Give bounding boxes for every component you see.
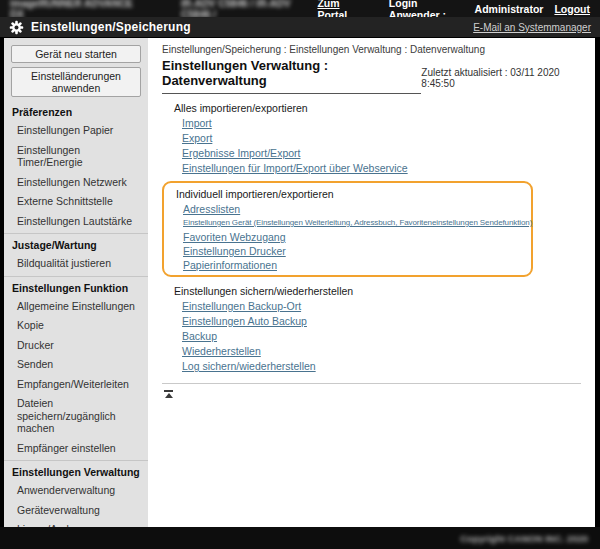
email-system-manager-link[interactable]: E-Mail an Systemmanager [473,22,591,33]
settings-app-bar: Einstellungen/Speicherung E-Mail an Syst… [0,17,600,38]
sidebar-item-volume-settings[interactable]: Einstellungen Lautstärke [4,212,148,232]
group-heading: Individuell importieren/exportieren [176,187,527,201]
sidebar-section-header: Präferenzen [4,101,148,121]
sidebar-section-header: Justage/Wartung [4,234,148,254]
sidebar-section-header: Einstellungen Funktion [4,277,148,297]
link-backup-location-settings[interactable]: Einstellungen Backup-Ort [182,299,581,314]
link-web-access-favorites[interactable]: Favoriten Webzugang [183,230,527,244]
top-arrow-icon [165,393,173,398]
sidebar-item-copy[interactable]: Kopie [4,316,148,336]
sidebar-item-timer-energy-settings[interactable]: Einstellungen Timer/Energie [4,141,148,173]
sidebar-item-receive-forward[interactable]: Empfangen/Weiterleiten [4,375,148,395]
top-device-bar: imageRUNNER ADVANCE DX iR-ADV C5846 / iR… [0,0,600,17]
sidebar-item-store-access-files[interactable]: Dateien speichern/zugänglich machen [4,394,148,439]
link-import-export-webservice-settings[interactable]: Einstellungen für Import/Export über Web… [182,161,581,176]
link-import-export-results[interactable]: Ergebnisse Import/Export [182,146,581,161]
link-device-settings[interactable]: Einstellungen Gerät (Einstellungen Weite… [183,216,527,230]
link-address-lists[interactable]: Adresslisten [183,202,527,216]
link-export[interactable]: Export [182,131,581,146]
link-log-backup-restore[interactable]: Log sichern/wiederherstellen [182,359,581,374]
sidebar-item-set-destination[interactable]: Empfänger einstellen [4,439,148,459]
breadcrumb: Einstellungen/Speicherung : Einstellunge… [162,44,581,55]
sidebar-section-function-settings: Einstellungen Funktion Allgemeine Einste… [4,276,148,459]
sidebar-item-license-other[interactable]: Lizenz/Andere [4,520,148,527]
sidebar-section-header: Einstellungen Verwaltung [4,461,148,481]
last-updated-timestamp: Zuletzt aktualisiert : 03/11 2020 8:45:5… [421,67,581,94]
apply-setting-changes-button[interactable]: Einstelländerungen anwenden [11,67,141,97]
restart-device-button[interactable]: Gerät neu starten [11,45,141,63]
sidebar-item-send[interactable]: Senden [4,355,148,375]
link-printer-settings[interactable]: Einstellungen Drucker [183,244,527,258]
sidebar-section-adjustment-maintenance: Justage/Wartung Bildqualität justieren [4,233,148,274]
back-to-top-link[interactable] [164,390,173,398]
logout-link[interactable]: Logout [554,3,590,15]
page-title: Einstellungen Verwaltung : Datenverwaltu… [162,58,421,94]
link-paper-information[interactable]: Papierinformationen [183,258,527,272]
login-user-name: Administrator [475,3,544,15]
link-backup[interactable]: Backup [182,329,581,344]
gear-icon [9,20,24,35]
sidebar-section-preferences: Präferenzen Einstellungen Papier Einstel… [4,101,148,231]
group-backup-restore: Einstellungen sichern/wiederherstellen E… [162,284,581,374]
remote-ui-window: imageRUNNER ADVANCE DX iR-ADV C5846 / iR… [0,0,600,549]
sidebar-item-paper-settings[interactable]: Einstellungen Papier [4,121,148,141]
top-arrow-icon [164,390,173,392]
sidebar-section-management-settings: Einstellungen Verwaltung Anwenderverwalt… [4,460,148,527]
group-heading: Einstellungen sichern/wiederherstellen [174,284,581,298]
sidebar-item-device-management[interactable]: Geräteverwaltung [4,501,148,521]
page-title-row: Einstellungen Verwaltung : Datenverwaltu… [162,58,581,94]
sidebar-item-common-settings[interactable]: Allgemeine Einstellungen [4,297,148,317]
sidebar-item-printer[interactable]: Drucker [4,336,148,356]
data-management-page: Einstellungen/Speicherung : Einstellunge… [148,38,595,527]
settings-sidebar: Gerät neu starten Einstelländerungen anw… [4,38,148,527]
sidebar-item-network-settings[interactable]: Einstellungen Netzwerk [4,173,148,193]
footer-bar: Copyright CANON INC. 2020 [0,527,600,549]
content-divider [162,383,581,384]
sidebar-item-user-management[interactable]: Anwenderverwaltung [4,481,148,501]
link-auto-backup-settings[interactable]: Einstellungen Auto Backup [182,314,581,329]
group-import-export-individually-callout: Individuell importieren/exportieren Adre… [162,181,533,277]
app-title: Einstellungen/Speicherung [31,20,191,34]
link-restore[interactable]: Wiederherstellen [182,344,581,359]
link-import[interactable]: Import [182,116,581,131]
group-import-export-all: Alles importieren/exportieren Import Exp… [162,101,581,176]
sidebar-item-adjust-image-quality[interactable]: Bildqualität justieren [4,254,148,274]
sidebar-item-external-interface[interactable]: Externe Schnittstelle [4,192,148,212]
group-heading: Alles importieren/exportieren [174,101,581,115]
copyright-text: Copyright CANON INC. 2020 [460,533,588,544]
